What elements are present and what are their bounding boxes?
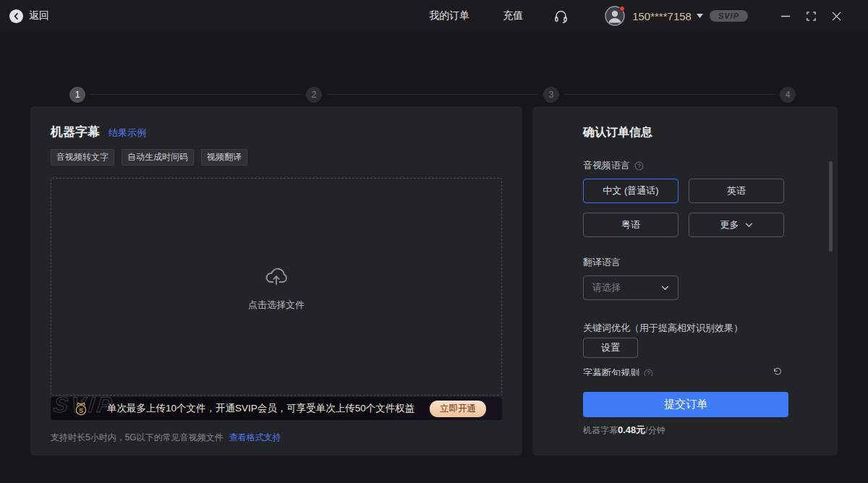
price-value: 0.48元 — [618, 424, 645, 435]
svip-promo-text: 单次最多上传10个文件，开通SVIP会员，可享受单次上传50个文件权益 — [107, 402, 414, 415]
reset-icon[interactable] — [773, 367, 783, 376]
lang-option-more[interactable]: 更多 — [689, 213, 784, 237]
service-title: 机器字幕 — [51, 124, 100, 140]
step-connector — [564, 94, 775, 95]
svg-text:S: S — [79, 407, 83, 414]
step-circle-1: 1 — [69, 87, 85, 103]
price-prefix: 机器字幕 — [583, 425, 618, 435]
price-line: 机器字幕0.48元/分钟 — [583, 424, 787, 437]
nav-my-orders[interactable]: 我的订单 — [429, 9, 469, 22]
account-phone[interactable]: 150****7158 — [632, 10, 692, 22]
svip-coin-icon: S — [72, 401, 90, 416]
translate-language-select[interactable]: 请选择 — [583, 275, 678, 300]
file-dropzone[interactable]: 点击选择文件 — [51, 178, 502, 396]
lang-option-mandarin[interactable]: 中文 (普通话) — [583, 179, 678, 203]
submit-order-button[interactable]: 提交订单 — [583, 392, 788, 417]
panel-title: 确认订单信息 — [583, 125, 787, 140]
caret-down-icon — [697, 14, 703, 18]
panel-scrollbar[interactable] — [829, 161, 833, 252]
keyword-settings-button[interactable]: 设置 — [583, 338, 638, 358]
clipped-option-row: 字幕断句规则 — [583, 367, 787, 376]
minimize-button[interactable] — [780, 10, 791, 22]
feature-tag: 自动生成时间码 — [122, 149, 194, 166]
step-circle-2: 2 — [306, 87, 322, 103]
chevron-down-icon — [661, 286, 669, 291]
nav-recharge[interactable]: 充值 — [503, 9, 523, 22]
maximize-button[interactable] — [805, 10, 817, 22]
feature-tags: 音视频转文字 自动生成时间码 视频翻译 — [51, 149, 502, 166]
audio-language-label: 音视频语言 — [583, 159, 630, 172]
chevron-down-icon — [745, 223, 753, 228]
feature-tag: 视频翻译 — [201, 149, 247, 166]
keyword-optimization-label: 关键词优化（用于提高相对识别效果） — [583, 322, 743, 335]
svip-promo-banner: SVIP S 单次最多上传10个文件，开通SVIP会员，可享受单次上传50个文件… — [51, 397, 502, 420]
step-circle-4: 4 — [780, 87, 796, 103]
help-icon[interactable] — [644, 369, 653, 377]
order-steps: 1 订单创建 2 订单支付 3 订单处理 4 查看结果 — [0, 32, 868, 104]
headset-icon[interactable] — [553, 9, 569, 24]
back-arrow-icon — [9, 9, 23, 23]
close-button[interactable] — [830, 10, 842, 22]
step-connector — [90, 94, 301, 95]
supported-files-note: 支持时长5小时内，5G以下的常见音视频文件 — [51, 432, 224, 444]
step-connector — [327, 94, 538, 95]
back-label: 返回 — [29, 9, 49, 22]
upload-panel: 机器字幕 结果示例 音视频转文字 自动生成时间码 视频翻译 点击选择文件 SVI… — [30, 106, 522, 456]
help-icon[interactable] — [634, 161, 644, 171]
select-placeholder: 请选择 — [592, 281, 621, 294]
subtitle-rule-label: 字幕断句规则 — [583, 367, 639, 376]
step-circle-3: 3 — [543, 87, 559, 103]
lang-option-english[interactable]: 英语 — [689, 179, 784, 203]
avatar[interactable] — [605, 6, 625, 26]
order-confirm-panel: 确认订单信息 音视频语言 中文 (普通话) 英语 粤语 更多 翻译语言 请选择 — [532, 106, 838, 456]
titlebar-right: 我的订单 充值 150****7158 SVIP — [429, 6, 842, 26]
dropzone-hint: 点击选择文件 — [248, 299, 305, 312]
audio-language-options: 中文 (普通话) 英语 粤语 更多 — [583, 179, 787, 237]
feature-tag: 音视频转文字 — [51, 149, 114, 166]
cloud-upload-icon — [262, 262, 291, 288]
translate-language-label: 翻译语言 — [583, 256, 621, 269]
titlebar: 返回 我的订单 充值 150****7158 SVIP — [0, 0, 868, 32]
lang-option-cantonese[interactable]: 粤语 — [583, 213, 678, 237]
back-button[interactable]: 返回 — [9, 9, 49, 23]
price-suffix: /分钟 — [645, 425, 665, 435]
format-support-link[interactable]: 查看格式支持 — [229, 432, 281, 444]
activate-svip-button[interactable]: 立即开通 — [430, 401, 486, 417]
result-example-link[interactable]: 结果示例 — [109, 127, 146, 140]
svip-badge[interactable]: SVIP — [710, 10, 748, 22]
